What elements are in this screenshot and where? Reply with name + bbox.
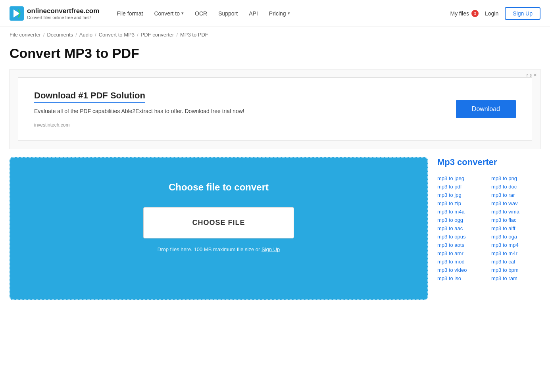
ad-download-button[interactable]: Download — [456, 100, 516, 118]
breadcrumb-file-converter[interactable]: File converter — [10, 32, 41, 38]
logo-subtitle: Convert files online free and fast! — [27, 15, 99, 20]
nav-file-format[interactable]: File format — [112, 7, 148, 20]
main-nav: File format Convert to OCR Support API P… — [112, 7, 450, 20]
ad-control-r[interactable]: r — [527, 73, 528, 78]
page-title: Convert MP3 to PDF — [0, 42, 550, 69]
sidebar-link[interactable]: mp3 to ogg — [437, 217, 487, 223]
nav-ocr[interactable]: OCR — [190, 7, 212, 20]
sidebar-link[interactable]: mp3 to m4r — [491, 250, 540, 256]
logo-area[interactable]: onlineconvertfree.com Convert files onli… — [10, 6, 99, 21]
sidebar-link[interactable]: mp3 to jpeg — [437, 175, 487, 181]
ad-source: investintech.com — [34, 122, 244, 128]
sidebar-link[interactable]: mp3 to bpm — [491, 267, 540, 273]
drop-text-label: Drop files here. 100 MB maximum file siz… — [158, 246, 260, 252]
login-button[interactable]: Login — [485, 10, 498, 17]
sidebar-link[interactable]: mp3 to wma — [491, 209, 540, 215]
ad-body: Evaluate all of the PDF capabilities Abl… — [34, 108, 244, 114]
signup-button[interactable]: Sign Up — [505, 7, 540, 20]
breadcrumb-sep-3: / — [95, 32, 96, 38]
ad-left: Download #1 PDF Solution Evaluate all of… — [34, 90, 244, 128]
sidebar-link[interactable]: mp3 to wav — [491, 200, 540, 206]
sidebar-link[interactable]: mp3 to caf — [491, 259, 540, 265]
sidebar-link[interactable]: mp3 to doc — [491, 184, 540, 190]
ad-inner: Download #1 PDF Solution Evaluate all of… — [18, 77, 532, 141]
sidebar-link[interactable]: mp3 to pdf — [437, 184, 487, 190]
converter-title: Choose file to convert — [169, 182, 269, 193]
breadcrumb-sep-2: / — [75, 32, 77, 38]
sidebar-link[interactable]: mp3 to m4a — [437, 209, 487, 215]
main-content: Choose file to convert CHOOSE FILE Drop … — [0, 157, 550, 316]
breadcrumb-sep-4: / — [137, 32, 138, 38]
choose-file-button[interactable]: CHOOSE FILE — [143, 207, 294, 238]
breadcrumb-pdf-converter[interactable]: PDF converter — [141, 32, 174, 38]
nav-support[interactable]: Support — [213, 7, 242, 20]
sidebar-link[interactable]: mp3 to zip — [437, 200, 487, 206]
logo-title: onlineconvertfree.com — [27, 7, 99, 15]
header-right: My files 0 Login Sign Up — [450, 7, 540, 20]
sidebar-link[interactable]: mp3 to oga — [491, 234, 540, 240]
sidebar-link[interactable]: mp3 to ram — [491, 275, 540, 281]
sidebar-link[interactable]: mp3 to mod — [437, 259, 487, 265]
converter-box: Choose file to convert CHOOSE FILE Drop … — [10, 157, 428, 300]
ad-banner: r s ✕ Download #1 PDF Solution Evaluate … — [10, 69, 540, 149]
header: onlineconvertfree.com Convert files onli… — [0, 0, 550, 27]
breadcrumb-convert-to-mp3[interactable]: Convert to MP3 — [99, 32, 135, 38]
breadcrumb-sep-5: / — [176, 32, 178, 38]
sidebar-link[interactable]: mp3 to jpg — [437, 192, 487, 198]
sidebar-link[interactable]: mp3 to amr — [437, 250, 487, 256]
breadcrumb-audio[interactable]: Audio — [79, 32, 92, 38]
my-files-label: My files — [450, 10, 469, 17]
nav-convert-to[interactable]: Convert to — [149, 7, 188, 20]
sidebar: Mp3 converter mp3 to jpegmp3 to pngmp3 t… — [437, 157, 540, 300]
sidebar-link[interactable]: mp3 to aiff — [491, 225, 540, 231]
ad-controls: r s ✕ — [527, 73, 537, 78]
sidebar-link[interactable]: mp3 to mp4 — [491, 242, 540, 248]
sidebar-title: Mp3 converter — [437, 157, 540, 167]
sidebar-link[interactable]: mp3 to opus — [437, 234, 487, 240]
sidebar-link[interactable]: mp3 to video — [437, 267, 487, 273]
breadcrumb-mp3-to-pdf[interactable]: MP3 to PDF — [180, 32, 208, 38]
sidebar-link[interactable]: mp3 to aots — [437, 242, 487, 248]
my-files-button[interactable]: My files 0 — [450, 10, 478, 17]
drop-text: Drop files here. 100 MB maximum file siz… — [158, 246, 280, 252]
nav-api[interactable]: API — [244, 7, 263, 20]
logo-icon — [10, 6, 24, 21]
logo-text-block: onlineconvertfree.com Convert files onli… — [27, 7, 99, 20]
signup-link[interactable]: Sign Up — [262, 246, 280, 252]
sidebar-link[interactable]: mp3 to flac — [491, 217, 540, 223]
sidebar-links: mp3 to jpegmp3 to pngmp3 to pdfmp3 to do… — [437, 175, 540, 281]
my-files-badge: 0 — [471, 10, 479, 17]
sidebar-link[interactable]: mp3 to png — [491, 175, 540, 181]
nav-pricing[interactable]: Pricing — [264, 7, 295, 20]
sidebar-link[interactable]: mp3 to rar — [491, 192, 540, 198]
breadcrumb: File converter / Documents / Audio / Con… — [0, 27, 550, 42]
ad-headline: Download #1 PDF Solution — [34, 90, 145, 103]
ad-control-close[interactable]: ✕ — [533, 73, 537, 78]
ad-control-s[interactable]: s — [530, 73, 532, 78]
sidebar-link[interactable]: mp3 to aac — [437, 225, 487, 231]
breadcrumb-sep-1: / — [43, 32, 45, 38]
sidebar-link[interactable]: mp3 to iso — [437, 275, 487, 281]
breadcrumb-documents[interactable]: Documents — [47, 32, 73, 38]
